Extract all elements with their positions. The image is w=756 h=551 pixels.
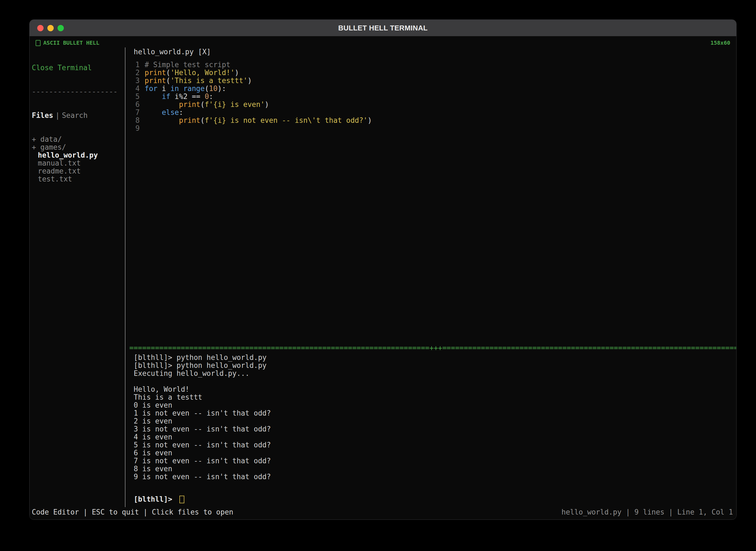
line-number: 2 [125,69,140,77]
line-number: 8 [125,116,140,124]
sidebar: Close Terminal -------------------- File… [30,47,125,507]
terminal-output: [blthll]> python hello_world.py[blthll]>… [134,354,736,481]
status-right: hello_world.py | 9 lines | Line 1, Col 1 [562,508,733,516]
line-number: 7 [125,108,140,116]
terminal-size-indicator: 158x60 [711,39,730,47]
editor-tabbar: hello_world.py [X] [125,47,736,56]
sidebar-tabs: Files|Search [32,112,123,119]
code-line: 4for i in range(10): [125,85,736,93]
terminal-output-line: [blthll]> python hello_world.py [134,354,736,362]
file-tree-item[interactable]: + data/ [32,135,123,143]
main-area: Close Terminal -------------------- File… [30,47,736,507]
terminal-output-line: 6 is even [134,449,736,457]
terminal-output-line: Hello, World! [134,386,736,393]
editor-pane: hello_world.py [X] 1# Simple test script… [125,47,736,507]
tab-close-button[interactable]: [X] [198,48,211,56]
file-tree-item[interactable]: + games/ [32,143,123,151]
file-tree-item[interactable]: hello_world.py [32,151,123,159]
statusbar: Code Editor | ESC to quit | Click files … [30,507,736,519]
terminal-body: ASCII BULLET HELL 158x60 Close Terminal … [30,36,736,519]
window-title: BULLET HELL TERMINAL [338,24,428,32]
terminal-output-line: 1 is not even -- isn't that odd? [134,409,736,417]
terminal-output-line: 9 is not even -- isn't that odd? [134,473,736,481]
terminal-output-line: 7 is not even -- isn't that odd? [134,457,736,465]
code-text: # Simple test script [145,61,230,69]
terminal-output-line: 2 is even [134,417,736,425]
line-number: 4 [125,85,140,93]
code-line: 6 print(f'{i} is even') [125,101,736,108]
code-line: 7 else: [125,108,736,116]
terminal-topbar: ASCII BULLET HELL 158x60 [30,36,736,47]
files-tab[interactable]: Files [32,111,53,119]
file-tree-item[interactable]: readme.txt [32,167,123,175]
tab-separator: | [53,111,62,119]
prompt-label: [blthll]> [134,495,177,503]
terminal-cursor [179,496,184,503]
code-text: if i%2 == 0: [145,92,213,101]
editor-tab[interactable]: hello_world.py [X] [134,48,211,56]
app-label: ASCII BULLET HELL [43,39,99,47]
terminal-output-line: This is a testtt [134,393,736,401]
terminal-output-line: 0 is even [134,401,736,409]
minimize-window-button[interactable] [47,25,54,31]
line-number: 3 [125,77,140,85]
app-window: BULLET HELL TERMINAL ASCII BULLET HELL 1… [29,19,737,520]
code-text: print('This is a testtt') [145,76,252,85]
file-tree: + data/+ games/hello_world.pymanual.txtr… [32,135,123,183]
traffic-lights [37,20,64,36]
line-number: 1 [125,61,140,69]
code-text: print('Hello, World!') [145,68,239,77]
close-terminal-button[interactable]: Close Terminal [32,64,123,72]
terminal-pane[interactable]: [blthll]> python hello_world.py[blthll]>… [125,352,736,507]
terminal-output-line: 8 is even [134,465,736,473]
terminal-output-line: 3 is not even -- isn't that odd? [134,425,736,433]
code-text: print(f'{i} is even') [145,100,269,108]
status-left: Code Editor | ESC to quit | Click files … [32,508,233,516]
zoom-window-button[interactable] [58,25,64,31]
terminal-output-line: [blthll]> python hello_world.py [134,362,736,370]
line-number: 5 [125,93,140,101]
prompt-row[interactable]: [blthll]> [134,495,736,507]
code-area[interactable]: 1# Simple test script2print('Hello, Worl… [125,56,736,344]
close-window-button[interactable] [37,25,44,31]
line-number: 9 [125,124,140,132]
code-line: 2print('Hello, World!') [125,69,736,77]
separator-line: ========================================… [125,344,736,352]
code-line: 9 [125,124,736,132]
line-number: 6 [125,101,140,108]
code-text: else: [145,108,183,116]
terminal-output-line [134,378,736,386]
titlebar: BULLET HELL TERMINAL [30,20,736,36]
file-tree-item[interactable]: manual.txt [32,159,123,167]
search-tab[interactable]: Search [62,111,88,119]
file-tree-item[interactable]: test.txt [32,175,123,183]
app-label-group: ASCII BULLET HELL [36,39,99,47]
terminal-output-line: 5 is not even -- isn't that odd? [134,441,736,449]
terminal-output-line: 4 is even [134,433,736,441]
code-line: 3print('This is a testtt') [125,77,736,85]
terminal-icon [36,40,41,46]
code-line: 5 if i%2 == 0: [125,93,736,101]
code-line: 8 print(f'{i} is not even -- isn\'t that… [125,116,736,124]
code-text: print(f'{i} is not even -- isn\'t that o… [145,116,372,124]
terminal-output-line: Executing hello_world.py... [134,370,736,378]
code-line: 1# Simple test script [125,61,736,69]
code-text: for i in range(10): [145,84,226,93]
sidebar-divider-dashes: -------------------- [32,88,123,96]
tab-filename: hello_world.py [134,48,198,56]
